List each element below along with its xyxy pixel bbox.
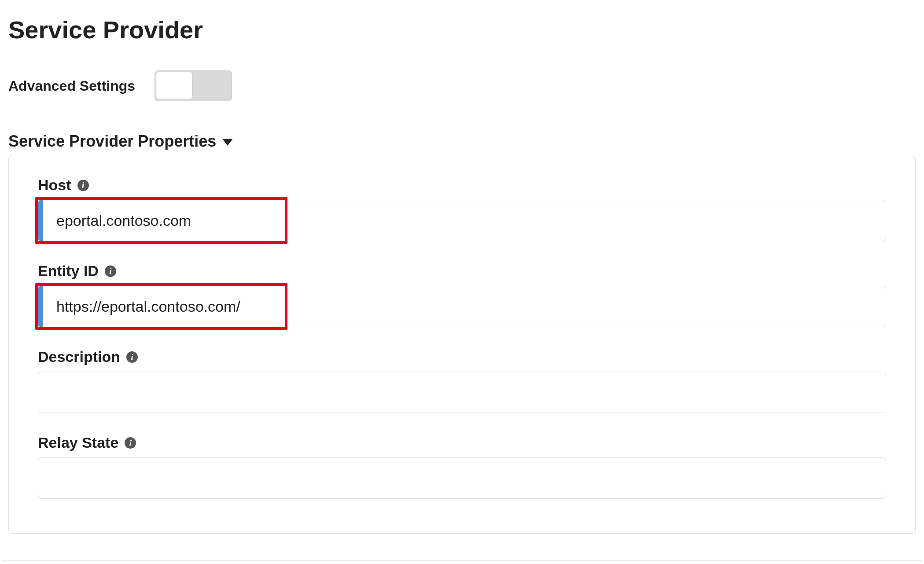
entity-id-input-wrap <box>38 286 886 327</box>
page-title: Service Provider <box>2 2 922 48</box>
info-icon[interactable]: i <box>105 265 116 277</box>
info-icon[interactable]: i <box>125 437 136 449</box>
section-body: Host i Entity ID i Description i <box>8 156 916 534</box>
host-input[interactable] <box>38 200 886 241</box>
field-label-row: Entity ID i <box>38 262 886 280</box>
section-header-service-provider-properties[interactable]: Service Provider Properties <box>2 106 922 156</box>
relay-state-label: Relay State <box>38 434 118 451</box>
advanced-settings-label: Advanced Settings <box>8 78 135 94</box>
relay-state-input-wrap <box>38 457 886 499</box>
field-label-row: Relay State i <box>38 434 886 451</box>
chevron-down-icon <box>222 139 233 146</box>
description-label: Description <box>38 348 120 365</box>
field-group-relay-state: Relay State i <box>38 434 886 499</box>
advanced-settings-row: Advanced Settings <box>2 48 922 106</box>
relay-state-input[interactable] <box>38 457 886 499</box>
section-title: Service Provider Properties <box>8 132 216 151</box>
field-group-entity-id: Entity ID i <box>38 262 886 327</box>
host-label: Host <box>38 177 71 194</box>
host-input-wrap <box>38 200 886 241</box>
description-input-wrap <box>38 372 886 413</box>
settings-panel: Service Provider Advanced Settings Servi… <box>2 2 922 561</box>
entity-id-input[interactable] <box>38 286 886 327</box>
info-icon[interactable]: i <box>77 180 89 191</box>
info-icon[interactable]: i <box>126 351 138 363</box>
field-label-row: Host i <box>38 177 886 194</box>
toggle-knob <box>156 72 193 99</box>
field-label-row: Description i <box>38 348 886 365</box>
advanced-settings-toggle[interactable] <box>155 70 232 101</box>
description-input[interactable] <box>38 372 886 413</box>
field-group-host: Host i <box>38 177 886 241</box>
field-group-description: Description i <box>38 348 886 413</box>
entity-id-label: Entity ID <box>38 262 99 280</box>
